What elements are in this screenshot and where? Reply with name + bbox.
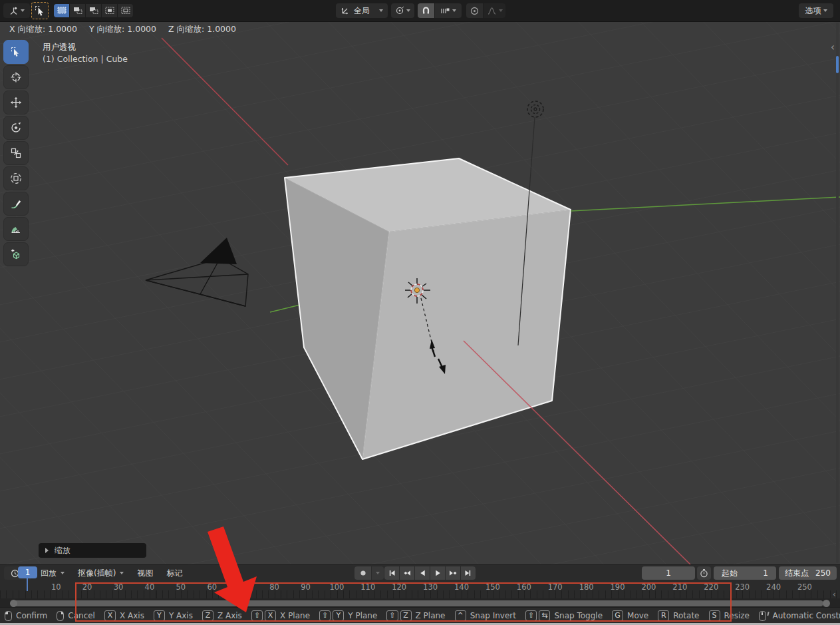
timeline-track-area[interactable] [0,590,840,598]
select-mode-intersect[interactable] [118,4,133,17]
play-reverse-button[interactable] [415,566,430,580]
key-badge: Z [400,610,412,621]
select-mode-set[interactable] [54,4,69,17]
timeline-header: 回放抠像(插帧)视图标记 1 起始 1 结束点 250 [0,565,840,582]
add-cube-icon [10,248,22,260]
tool-annotate[interactable] [3,192,29,216]
snap-settings-dropdown[interactable] [435,3,462,18]
timeline-menu-0[interactable]: 回放 [35,566,70,580]
hint-y-axis: YY Axis [154,610,193,621]
tool-select-box[interactable] [3,40,29,64]
tool-move[interactable] [3,91,29,114]
key-badge: ⇧ [319,610,331,621]
viewport-3d[interactable] [0,0,840,625]
timeline-scrollbar[interactable] [13,600,823,606]
chevron-down-icon [452,9,456,12]
next-keyframe-icon [449,569,457,577]
hint-z-plane: ⇧ZZ Plane [386,610,445,621]
current-frame-field[interactable]: 1 [642,566,695,580]
keying-set-dropdown[interactable] [372,566,384,580]
key-badge: ^ [455,610,466,621]
frame-start-label: 起始 [722,568,738,579]
proportional-editing-button[interactable] [466,3,483,18]
select-mode-group [54,4,133,17]
timeline-collapse-icon[interactable]: ‹ [833,589,836,599]
play-forward-button[interactable] [430,566,445,580]
timeline-menu-3[interactable]: 标记 [160,566,188,580]
timeline-menu-2[interactable]: 视图 [131,566,159,580]
auto-keying-group [354,566,384,580]
transform-icon [10,172,22,184]
active-tool-button[interactable] [31,2,49,19]
tool-transform[interactable] [3,166,29,190]
chevron-down-icon [499,9,503,12]
select-mode-subtract[interactable] [86,4,101,17]
editor-type-selector[interactable] [3,3,30,18]
key-badge: R [658,610,669,621]
operator-panel[interactable]: 缩放 [39,543,146,558]
operator-panel-label: 缩放 [55,545,70,556]
tool-scale[interactable] [3,141,29,165]
hint-label: Z Axis [217,611,242,620]
sidebar-collapse-icon[interactable]: ‹ [831,43,835,52]
key-badge: ⇧ [386,610,398,621]
prev-keyframe-icon [403,569,411,577]
jump-start-button[interactable] [384,566,399,580]
status-bar: ConfirmCancelXX AxisYY AxisZZ Axis⇧XX Pl… [0,607,840,624]
move-icon [10,97,22,108]
frame-start-field[interactable]: 起始 1 [714,566,776,580]
tool-rotate[interactable] [3,116,29,140]
scale-y-readout: Y 向缩放: 1.0000 [89,24,156,35]
hint-label: Snap Toggle [554,611,603,620]
expand-triangle-icon [45,548,49,553]
hint-label: Z Plane [416,611,446,620]
viewport-scrollbar-thumb[interactable] [836,56,839,73]
use-preview-range-button[interactable] [697,566,711,580]
chevron-down-icon [21,9,25,12]
options-dropdown[interactable]: 选项 [799,3,833,18]
hint-z-axis: ZZ Axis [202,610,242,621]
next-keyframe-button[interactable] [446,566,460,580]
tool-add-cube[interactable] [3,242,29,266]
frame-end-value: 250 [815,568,831,578]
record-icon [359,569,367,577]
select-mode-extend[interactable] [70,4,85,17]
chevron-down-icon [823,9,827,12]
frame-end-label: 结束点 [785,568,809,579]
hint-resize: SResize [709,610,750,621]
frame-end-field[interactable]: 结束点 250 [779,566,837,580]
scrollbar-right-knob[interactable] [823,600,830,607]
snap-toggle-button[interactable] [418,3,434,18]
scale-x-readout: X 向缩放: 1.0000 [9,24,77,35]
hint-move: GMove [612,610,648,621]
hint-snap-invert: ^Snap Invert [455,610,517,621]
hint-label: Snap Invert [470,611,516,620]
hint-label: Rotate [673,611,699,620]
select-mode-invert[interactable] [102,4,117,17]
falloff-curve-icon [487,7,497,15]
jump-end-button[interactable] [461,566,476,580]
scale-z-readout: Z 向缩放: 1.0000 [168,24,236,35]
key-badge: Y [333,610,344,621]
hint-label: Resize [724,611,750,620]
scale-icon [10,147,22,159]
scrollbar-left-knob[interactable] [10,600,17,607]
cursor-icon [10,71,22,83]
prev-keyframe-button[interactable] [400,566,414,580]
transform-orientation-dropdown[interactable]: 全局 [336,3,388,18]
tool-measure[interactable] [3,217,29,241]
current-frame-marker[interactable]: 1 [18,566,37,578]
tool-cursor[interactable] [3,65,29,89]
annotate-icon [10,198,22,210]
proportional-falloff-dropdown[interactable] [484,3,505,18]
auto-key-record-button[interactable] [354,566,371,580]
pivot-icon [395,6,404,15]
play-forward-icon [434,569,442,577]
key-badge: ⇆ [539,610,550,621]
pivot-point-dropdown[interactable] [391,3,414,18]
timeline-menu-label: 视图 [137,568,153,579]
viewport-editor-icon [9,6,19,16]
timeline-menu-1[interactable]: 抠像(插帧) [72,566,130,580]
timeline-ruler[interactable]: 1020304050607080901001101201301401501601… [0,582,840,591]
magnet-icon [421,6,431,16]
